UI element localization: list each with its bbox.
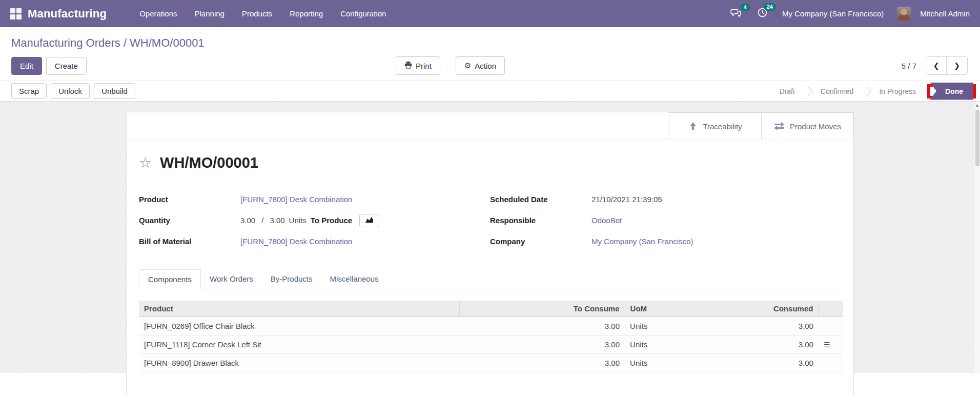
cell-product: [FURN_0269] Office Chair Black [139, 317, 459, 335]
status-done-active[interactable]: Done [930, 83, 973, 100]
components-table-header: Product To Consume UoM Consumed [139, 301, 843, 317]
forecast-chart-button[interactable] [359, 214, 379, 227]
action-bar: Scrap Unlock Unbuild Draft Confirmed In … [0, 81, 980, 102]
cell-uom: Units [625, 335, 688, 354]
nav-menu-configuration[interactable]: Configuration [333, 5, 393, 22]
table-row[interactable]: [FURN_0269] Office Chair Black 3.00 Unit… [139, 317, 843, 335]
nav-menu-products[interactable]: Products [235, 5, 279, 22]
activities-badge: 24 [764, 3, 776, 11]
status-confirmed[interactable]: Confirmed [812, 87, 862, 95]
scheduled-date-value: 21/10/2021 21:39:05 [591, 195, 662, 204]
annotation-highlight-box: Done [927, 84, 976, 98]
messages-badge: 4 [741, 4, 750, 11]
cell-to-consume: 3.00 [459, 354, 625, 372]
cell-to-consume: 3.00 [459, 335, 625, 354]
breadcrumb-separator: / [120, 36, 130, 49]
chevron-right-icon: ❯ [954, 62, 960, 70]
pager-previous-button[interactable]: ❮ [926, 57, 947, 74]
tab-components[interactable]: Components [139, 269, 201, 289]
scrollbar-thumb[interactable] [975, 110, 979, 166]
avatar [897, 7, 911, 21]
quantity-separator: / [261, 216, 263, 225]
cell-uom: Units [625, 354, 688, 372]
chat-icon [730, 11, 742, 19]
activities-button[interactable]: 24 [752, 4, 773, 23]
clock-icon [757, 11, 768, 19]
field-company: Company My Company (San Francisco) [490, 231, 841, 252]
product-moves-button[interactable]: Product Moves [761, 112, 853, 140]
cell-consumed: 3.00 [688, 317, 819, 335]
traceability-label: Traceability [703, 122, 742, 131]
lot-details-icon[interactable]: ☰ [824, 341, 830, 349]
responsible-value-link[interactable]: OdooBot [591, 216, 622, 225]
header-actions [819, 301, 843, 317]
responsible-label: Responsible [490, 216, 591, 225]
pager-next-button[interactable]: ❯ [947, 57, 967, 74]
unbuild-button[interactable]: Unbuild [94, 83, 135, 99]
field-bill-of-material: Bill of Material [FURN_7800] Desk Combin… [139, 231, 490, 252]
messages-button[interactable]: 4 [725, 5, 747, 23]
company-label: Company [490, 237, 591, 246]
favorite-star-icon[interactable]: ☆ [139, 156, 152, 170]
header-to-consume[interactable]: To Consume [459, 301, 625, 317]
to-produce-label: To Produce [311, 216, 352, 225]
transfer-arrows-icon [773, 122, 785, 130]
form-sheet: Traceability Product Moves ☆ WH/MO/00001 [126, 112, 854, 395]
apps-menu-icon[interactable] [10, 8, 22, 19]
scrap-button[interactable]: Scrap [11, 83, 47, 99]
company-switcher[interactable]: My Company (San Francisco) [778, 6, 888, 21]
cell-product: [FURN_1118] Corner Desk Left Sit [139, 335, 459, 354]
action-label: Action [475, 62, 496, 70]
traceability-button[interactable]: Traceability [669, 112, 761, 140]
unlock-button[interactable]: Unlock [51, 83, 90, 99]
tab-miscellaneous[interactable]: Miscellaneous [321, 269, 387, 289]
top-navbar: Manufacturing Operations Planning Produc… [0, 0, 980, 27]
header-consumed[interactable]: Consumed [688, 301, 819, 317]
user-menu[interactable]: Mitchell Admin [916, 6, 974, 21]
statusbar: Draft Confirmed In Progress Done [771, 81, 976, 101]
quantity-label: Quantity [139, 216, 240, 225]
action-button[interactable]: ⚙ Action [456, 56, 505, 75]
notebook-tabs: Components Work Orders By-Products Misce… [139, 269, 841, 289]
tab-by-products[interactable]: By-Products [262, 269, 321, 289]
print-label: Print [416, 62, 432, 70]
pager: 5 / 7 ❮ ❯ [902, 56, 968, 75]
field-groups: Product [FURN_7800] Desk Combination Qua… [139, 189, 841, 252]
cell-to-consume: 3.00 [459, 317, 625, 335]
app-name[interactable]: Manufacturing [28, 7, 107, 21]
field-scheduled-date: Scheduled Date 21/10/2021 21:39:05 [490, 189, 841, 210]
content-area: Traceability Product Moves ☆ WH/MO/00001 [0, 102, 980, 373]
chevron-left-icon: ❮ [933, 62, 940, 70]
status-draft[interactable]: Draft [771, 87, 803, 95]
table-row[interactable]: [FURN_1118] Corner Desk Left Sit 3.00 Un… [139, 335, 843, 354]
print-button[interactable]: Print [396, 56, 440, 75]
control-panel: Manufacturing Orders / WH/MO/00001 Edit … [0, 27, 980, 81]
nav-menu-planning[interactable]: Planning [188, 5, 232, 22]
cell-uom: Units [625, 317, 688, 335]
company-value-link[interactable]: My Company (San Francisco) [591, 237, 693, 246]
product-value-link[interactable]: [FURN_7800] Desk Combination [240, 195, 352, 204]
nav-menu-operations[interactable]: Operations [132, 5, 184, 22]
scrollbar-up-arrow-icon[interactable]: ▲ [974, 102, 980, 109]
gear-icon: ⚙ [464, 61, 471, 70]
product-moves-label: Product Moves [790, 122, 841, 131]
status-separator-icon [803, 86, 813, 96]
cell-consumed: 3.00 [688, 335, 819, 354]
nav-menu-reporting[interactable]: Reporting [282, 5, 330, 22]
breadcrumb-parent[interactable]: Manufacturing Orders [11, 36, 120, 49]
bom-value-link[interactable]: [FURN_7800] Desk Combination [240, 237, 352, 246]
breadcrumb: Manufacturing Orders / WH/MO/00001 [11, 36, 972, 50]
cell-consumed: 3.00 [688, 354, 819, 372]
header-product[interactable]: Product [139, 301, 459, 317]
header-uom[interactable]: UoM [625, 301, 688, 317]
printer-icon [404, 61, 412, 70]
create-button[interactable]: Create [46, 57, 87, 75]
vertical-scrollbar[interactable]: ▲ [974, 102, 980, 373]
table-row[interactable]: [FURN_8900] Drawer Black 3.00 Units 3.00 [139, 354, 843, 372]
quantity-uom: Units [289, 216, 307, 225]
tab-work-orders[interactable]: Work Orders [201, 269, 262, 289]
field-responsible: Responsible OdooBot [490, 210, 841, 231]
field-quantity: Quantity 3.00 / 3.00 Units To Produce [139, 210, 490, 231]
edit-button[interactable]: Edit [11, 57, 42, 75]
status-in-progress[interactable]: In Progress [871, 87, 924, 95]
